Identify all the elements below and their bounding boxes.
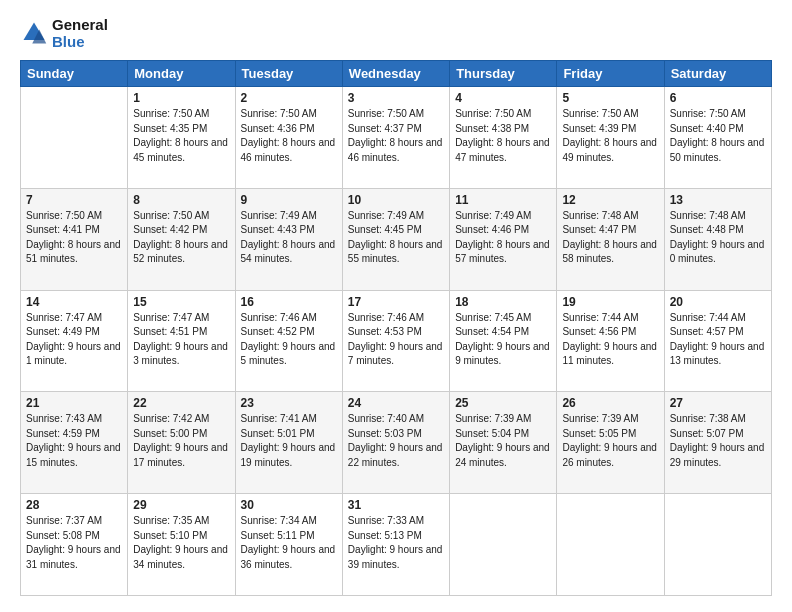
- sunrise-text: Sunrise: 7:37 AM: [26, 514, 122, 529]
- sunset-text: Sunset: 5:05 PM: [562, 427, 658, 442]
- calendar-cell: 6Sunrise: 7:50 AMSunset: 4:40 PMDaylight…: [664, 87, 771, 189]
- calendar-cell: 10Sunrise: 7:49 AMSunset: 4:45 PMDayligh…: [342, 188, 449, 290]
- daylight-text: Daylight: 8 hours and 52 minutes.: [133, 238, 229, 267]
- day-number: 30: [241, 498, 337, 512]
- calendar-cell: [664, 494, 771, 596]
- day-number: 14: [26, 295, 122, 309]
- day-header-sunday: Sunday: [21, 61, 128, 87]
- daylight-text: Daylight: 9 hours and 36 minutes.: [241, 543, 337, 572]
- sunset-text: Sunset: 4:53 PM: [348, 325, 444, 340]
- sunset-text: Sunset: 4:56 PM: [562, 325, 658, 340]
- day-header-tuesday: Tuesday: [235, 61, 342, 87]
- day-number: 25: [455, 396, 551, 410]
- sunset-text: Sunset: 4:48 PM: [670, 223, 766, 238]
- day-number: 23: [241, 396, 337, 410]
- page: General Blue SundayMondayTuesdayWednesda…: [0, 0, 792, 612]
- daylight-text: Daylight: 9 hours and 15 minutes.: [26, 441, 122, 470]
- sunset-text: Sunset: 5:00 PM: [133, 427, 229, 442]
- calendar-cell: 18Sunrise: 7:45 AMSunset: 4:54 PMDayligh…: [450, 290, 557, 392]
- daylight-text: Daylight: 9 hours and 34 minutes.: [133, 543, 229, 572]
- sunset-text: Sunset: 5:04 PM: [455, 427, 551, 442]
- calendar-cell: 20Sunrise: 7:44 AMSunset: 4:57 PMDayligh…: [664, 290, 771, 392]
- day-header-saturday: Saturday: [664, 61, 771, 87]
- daylight-text: Daylight: 9 hours and 29 minutes.: [670, 441, 766, 470]
- sunrise-text: Sunrise: 7:42 AM: [133, 412, 229, 427]
- sunrise-text: Sunrise: 7:47 AM: [26, 311, 122, 326]
- sunset-text: Sunset: 4:41 PM: [26, 223, 122, 238]
- sunrise-text: Sunrise: 7:50 AM: [133, 107, 229, 122]
- daylight-text: Daylight: 8 hours and 49 minutes.: [562, 136, 658, 165]
- day-number: 7: [26, 193, 122, 207]
- daylight-text: Daylight: 9 hours and 5 minutes.: [241, 340, 337, 369]
- calendar-cell: 21Sunrise: 7:43 AMSunset: 4:59 PMDayligh…: [21, 392, 128, 494]
- sunrise-text: Sunrise: 7:35 AM: [133, 514, 229, 529]
- sunrise-text: Sunrise: 7:49 AM: [348, 209, 444, 224]
- calendar-cell: [450, 494, 557, 596]
- logo: General Blue: [20, 16, 108, 50]
- calendar-cell: 25Sunrise: 7:39 AMSunset: 5:04 PMDayligh…: [450, 392, 557, 494]
- sunset-text: Sunset: 4:35 PM: [133, 122, 229, 137]
- calendar-cell: 15Sunrise: 7:47 AMSunset: 4:51 PMDayligh…: [128, 290, 235, 392]
- sunset-text: Sunset: 4:52 PM: [241, 325, 337, 340]
- day-number: 16: [241, 295, 337, 309]
- calendar-cell: 22Sunrise: 7:42 AMSunset: 5:00 PMDayligh…: [128, 392, 235, 494]
- calendar-cell: 1Sunrise: 7:50 AMSunset: 4:35 PMDaylight…: [128, 87, 235, 189]
- sunrise-text: Sunrise: 7:39 AM: [455, 412, 551, 427]
- sunset-text: Sunset: 4:49 PM: [26, 325, 122, 340]
- daylight-text: Daylight: 8 hours and 46 minutes.: [241, 136, 337, 165]
- sunrise-text: Sunrise: 7:47 AM: [133, 311, 229, 326]
- calendar-cell: 23Sunrise: 7:41 AMSunset: 5:01 PMDayligh…: [235, 392, 342, 494]
- day-number: 13: [670, 193, 766, 207]
- sunset-text: Sunset: 4:43 PM: [241, 223, 337, 238]
- sunrise-text: Sunrise: 7:48 AM: [562, 209, 658, 224]
- calendar-cell: 4Sunrise: 7:50 AMSunset: 4:38 PMDaylight…: [450, 87, 557, 189]
- day-number: 6: [670, 91, 766, 105]
- sunset-text: Sunset: 4:45 PM: [348, 223, 444, 238]
- daylight-text: Daylight: 9 hours and 9 minutes.: [455, 340, 551, 369]
- calendar-cell: 2Sunrise: 7:50 AMSunset: 4:36 PMDaylight…: [235, 87, 342, 189]
- daylight-text: Daylight: 8 hours and 45 minutes.: [133, 136, 229, 165]
- sunset-text: Sunset: 4:54 PM: [455, 325, 551, 340]
- daylight-text: Daylight: 9 hours and 39 minutes.: [348, 543, 444, 572]
- sunset-text: Sunset: 4:39 PM: [562, 122, 658, 137]
- day-number: 28: [26, 498, 122, 512]
- day-number: 27: [670, 396, 766, 410]
- sunset-text: Sunset: 4:46 PM: [455, 223, 551, 238]
- sunrise-text: Sunrise: 7:50 AM: [670, 107, 766, 122]
- sunrise-text: Sunrise: 7:50 AM: [133, 209, 229, 224]
- day-number: 3: [348, 91, 444, 105]
- sunrise-text: Sunrise: 7:48 AM: [670, 209, 766, 224]
- calendar-cell: 7Sunrise: 7:50 AMSunset: 4:41 PMDaylight…: [21, 188, 128, 290]
- sunrise-text: Sunrise: 7:46 AM: [241, 311, 337, 326]
- daylight-text: Daylight: 8 hours and 50 minutes.: [670, 136, 766, 165]
- week-row-3: 14Sunrise: 7:47 AMSunset: 4:49 PMDayligh…: [21, 290, 772, 392]
- daylight-text: Daylight: 8 hours and 57 minutes.: [455, 238, 551, 267]
- sunrise-text: Sunrise: 7:50 AM: [26, 209, 122, 224]
- calendar-cell: 8Sunrise: 7:50 AMSunset: 4:42 PMDaylight…: [128, 188, 235, 290]
- daylight-text: Daylight: 9 hours and 0 minutes.: [670, 238, 766, 267]
- calendar-cell: 9Sunrise: 7:49 AMSunset: 4:43 PMDaylight…: [235, 188, 342, 290]
- day-number: 8: [133, 193, 229, 207]
- sunrise-text: Sunrise: 7:50 AM: [455, 107, 551, 122]
- sunset-text: Sunset: 4:57 PM: [670, 325, 766, 340]
- calendar-cell: 14Sunrise: 7:47 AMSunset: 4:49 PMDayligh…: [21, 290, 128, 392]
- calendar-cell: 11Sunrise: 7:49 AMSunset: 4:46 PMDayligh…: [450, 188, 557, 290]
- day-number: 17: [348, 295, 444, 309]
- daylight-text: Daylight: 9 hours and 19 minutes.: [241, 441, 337, 470]
- day-number: 31: [348, 498, 444, 512]
- sunrise-text: Sunrise: 7:38 AM: [670, 412, 766, 427]
- daylight-text: Daylight: 9 hours and 1 minute.: [26, 340, 122, 369]
- sunrise-text: Sunrise: 7:49 AM: [241, 209, 337, 224]
- calendar-cell: 26Sunrise: 7:39 AMSunset: 5:05 PMDayligh…: [557, 392, 664, 494]
- day-number: 18: [455, 295, 551, 309]
- sunset-text: Sunset: 4:42 PM: [133, 223, 229, 238]
- calendar-cell: 17Sunrise: 7:46 AMSunset: 4:53 PMDayligh…: [342, 290, 449, 392]
- day-number: 11: [455, 193, 551, 207]
- day-number: 19: [562, 295, 658, 309]
- header: General Blue: [20, 16, 772, 50]
- calendar-cell: 13Sunrise: 7:48 AMSunset: 4:48 PMDayligh…: [664, 188, 771, 290]
- sunrise-text: Sunrise: 7:34 AM: [241, 514, 337, 529]
- sunset-text: Sunset: 5:10 PM: [133, 529, 229, 544]
- calendar-cell: 19Sunrise: 7:44 AMSunset: 4:56 PMDayligh…: [557, 290, 664, 392]
- daylight-text: Daylight: 9 hours and 11 minutes.: [562, 340, 658, 369]
